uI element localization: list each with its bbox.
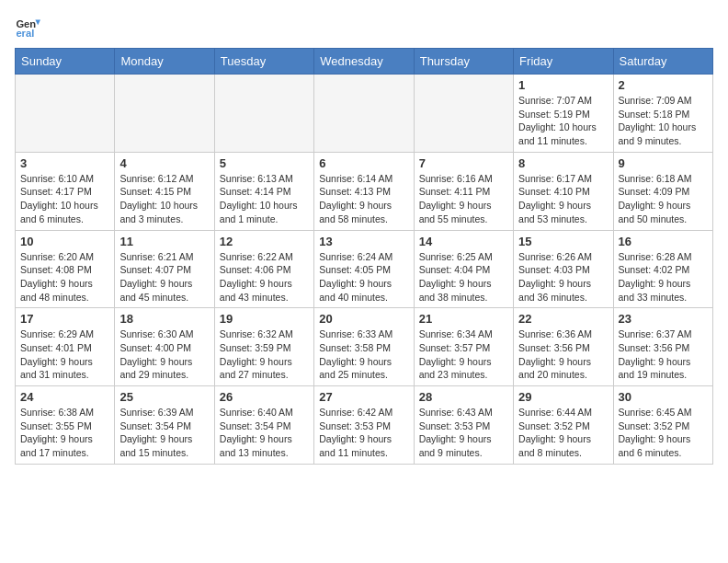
day-info: Sunrise: 6:18 AM Sunset: 4:09 PM Dayligh… <box>619 172 708 226</box>
svg-marker-2 <box>35 20 40 26</box>
calendar: Sunday Monday Tuesday Wednesday Thursday… <box>15 48 713 465</box>
day-info: Sunrise: 6:37 AM Sunset: 3:56 PM Dayligh… <box>619 327 708 382</box>
calendar-cell-w5-d2: 25Sunrise: 6:39 AM Sunset: 3:54 PM Dayli… <box>115 386 214 465</box>
calendar-cell-w2-d4: 6Sunrise: 6:14 AM Sunset: 4:13 PM Daylig… <box>314 152 414 230</box>
day-info: Sunrise: 6:25 AM Sunset: 4:04 PM Dayligh… <box>419 250 508 304</box>
calendar-cell-w2-d7: 9Sunrise: 6:18 AM Sunset: 4:09 PM Daylig… <box>613 152 712 230</box>
day-info: Sunrise: 6:40 AM Sunset: 3:54 PM Dayligh… <box>220 406 309 460</box>
svg-text:eral: eral <box>16 28 34 39</box>
day-info: Sunrise: 6:39 AM Sunset: 3:54 PM Dayligh… <box>119 406 209 460</box>
day-number: 15 <box>518 235 608 248</box>
calendar-cell-w4-d3: 19Sunrise: 6:32 AM Sunset: 3:59 PM Dayli… <box>214 308 313 386</box>
col-tuesday: Tuesday <box>214 49 313 75</box>
day-info: Sunrise: 6:14 AM Sunset: 4:13 PM Dayligh… <box>319 172 408 226</box>
week-row-1: 1Sunrise: 7:07 AM Sunset: 5:19 PM Daylig… <box>16 75 713 153</box>
calendar-cell-w3-d1: 10Sunrise: 6:20 AM Sunset: 4:08 PM Dayli… <box>16 230 115 308</box>
day-info: Sunrise: 6:13 AM Sunset: 4:14 PM Dayligh… <box>220 172 309 226</box>
day-info: Sunrise: 6:36 AM Sunset: 3:56 PM Dayligh… <box>518 327 608 382</box>
day-info: Sunrise: 6:34 AM Sunset: 3:57 PM Dayligh… <box>419 327 508 382</box>
calendar-cell-w4-d2: 18Sunrise: 6:30 AM Sunset: 4:00 PM Dayli… <box>115 308 214 386</box>
day-info: Sunrise: 6:21 AM Sunset: 4:07 PM Dayligh… <box>119 250 209 304</box>
day-info: Sunrise: 6:12 AM Sunset: 4:15 PM Dayligh… <box>119 172 209 226</box>
col-thursday: Thursday <box>414 49 513 75</box>
calendar-cell-w3-d7: 16Sunrise: 6:28 AM Sunset: 4:02 PM Dayli… <box>613 230 712 308</box>
calendar-cell-w3-d3: 12Sunrise: 6:22 AM Sunset: 4:06 PM Dayli… <box>214 230 313 308</box>
calendar-cell-w5-d5: 28Sunrise: 6:43 AM Sunset: 3:53 PM Dayli… <box>414 386 513 465</box>
calendar-cell-w5-d6: 29Sunrise: 6:44 AM Sunset: 3:52 PM Dayli… <box>514 386 613 465</box>
week-row-4: 17Sunrise: 6:29 AM Sunset: 4:01 PM Dayli… <box>16 308 713 386</box>
day-info: Sunrise: 6:45 AM Sunset: 3:52 PM Dayligh… <box>619 406 708 460</box>
day-number: 19 <box>220 312 309 326</box>
calendar-cell-w4-d4: 20Sunrise: 6:33 AM Sunset: 3:58 PM Dayli… <box>314 308 414 386</box>
day-number: 28 <box>419 390 508 404</box>
col-monday: Monday <box>115 49 214 75</box>
day-info: Sunrise: 6:38 AM Sunset: 3:55 PM Dayligh… <box>20 406 109 460</box>
week-row-3: 10Sunrise: 6:20 AM Sunset: 4:08 PM Dayli… <box>16 230 713 308</box>
day-info: Sunrise: 6:44 AM Sunset: 3:52 PM Dayligh… <box>518 406 608 460</box>
col-wednesday: Wednesday <box>314 49 414 75</box>
calendar-cell-w4-d6: 22Sunrise: 6:36 AM Sunset: 3:56 PM Dayli… <box>514 308 613 386</box>
calendar-cell-w5-d1: 24Sunrise: 6:38 AM Sunset: 3:55 PM Dayli… <box>16 386 115 465</box>
day-info: Sunrise: 6:29 AM Sunset: 4:01 PM Dayligh… <box>20 327 109 382</box>
day-number: 4 <box>119 156 209 170</box>
day-number: 10 <box>20 235 109 248</box>
calendar-cell-w4-d1: 17Sunrise: 6:29 AM Sunset: 4:01 PM Dayli… <box>16 308 115 386</box>
day-number: 13 <box>319 235 408 248</box>
col-saturday: Saturday <box>613 49 712 75</box>
day-number: 1 <box>518 78 608 92</box>
day-info: Sunrise: 6:20 AM Sunset: 4:08 PM Dayligh… <box>20 250 109 304</box>
calendar-cell-w1-d5 <box>414 75 513 153</box>
day-info: Sunrise: 6:16 AM Sunset: 4:11 PM Dayligh… <box>419 172 508 226</box>
calendar-cell-w4-d7: 23Sunrise: 6:37 AM Sunset: 3:56 PM Dayli… <box>613 308 712 386</box>
day-info: Sunrise: 6:32 AM Sunset: 3:59 PM Dayligh… <box>220 327 309 382</box>
day-info: Sunrise: 7:09 AM Sunset: 5:18 PM Dayligh… <box>619 94 708 148</box>
week-row-2: 3Sunrise: 6:10 AM Sunset: 4:17 PM Daylig… <box>16 152 713 230</box>
day-info: Sunrise: 6:24 AM Sunset: 4:05 PM Dayligh… <box>319 250 408 304</box>
day-number: 6 <box>319 156 408 170</box>
day-number: 5 <box>220 156 309 170</box>
calendar-cell-w3-d2: 11Sunrise: 6:21 AM Sunset: 4:07 PM Dayli… <box>115 230 214 308</box>
day-info: Sunrise: 6:10 AM Sunset: 4:17 PM Dayligh… <box>20 172 109 226</box>
day-number: 18 <box>119 312 209 326</box>
day-info: Sunrise: 6:33 AM Sunset: 3:58 PM Dayligh… <box>319 327 408 382</box>
day-number: 11 <box>119 235 209 248</box>
calendar-cell-w1-d1 <box>16 75 115 153</box>
day-info: Sunrise: 6:17 AM Sunset: 4:10 PM Dayligh… <box>518 172 608 226</box>
calendar-cell-w4-d5: 21Sunrise: 6:34 AM Sunset: 3:57 PM Dayli… <box>414 308 513 386</box>
day-number: 2 <box>619 78 708 92</box>
calendar-cell-w3-d5: 14Sunrise: 6:25 AM Sunset: 4:04 PM Dayli… <box>414 230 513 308</box>
day-number: 12 <box>220 235 309 248</box>
logo-icon: Gen eral <box>15 15 40 40</box>
calendar-cell-w5-d4: 27Sunrise: 6:42 AM Sunset: 3:53 PM Dayli… <box>314 386 414 465</box>
day-number: 26 <box>220 390 309 404</box>
day-info: Sunrise: 7:07 AM Sunset: 5:19 PM Dayligh… <box>518 94 608 148</box>
calendar-cell-w2-d2: 4Sunrise: 6:12 AM Sunset: 4:15 PM Daylig… <box>115 152 214 230</box>
day-number: 9 <box>619 156 708 170</box>
calendar-header-row: Sunday Monday Tuesday Wednesday Thursday… <box>16 49 713 75</box>
day-number: 8 <box>518 156 608 170</box>
calendar-cell-w2-d3: 5Sunrise: 6:13 AM Sunset: 4:14 PM Daylig… <box>214 152 313 230</box>
calendar-cell-w5-d3: 26Sunrise: 6:40 AM Sunset: 3:54 PM Dayli… <box>214 386 313 465</box>
calendar-cell-w1-d3 <box>214 75 313 153</box>
day-number: 29 <box>518 390 608 404</box>
day-info: Sunrise: 6:26 AM Sunset: 4:03 PM Dayligh… <box>518 250 608 304</box>
calendar-cell-w3-d4: 13Sunrise: 6:24 AM Sunset: 4:05 PM Dayli… <box>314 230 414 308</box>
day-number: 27 <box>319 390 408 404</box>
calendar-cell-w1-d2 <box>115 75 214 153</box>
week-row-5: 24Sunrise: 6:38 AM Sunset: 3:55 PM Dayli… <box>16 386 713 465</box>
calendar-cell-w1-d6: 1Sunrise: 7:07 AM Sunset: 5:19 PM Daylig… <box>514 75 613 153</box>
calendar-cell-w5-d7: 30Sunrise: 6:45 AM Sunset: 3:52 PM Dayli… <box>613 386 712 465</box>
day-info: Sunrise: 6:43 AM Sunset: 3:53 PM Dayligh… <box>419 406 508 460</box>
day-number: 20 <box>319 312 408 326</box>
calendar-cell-w2-d6: 8Sunrise: 6:17 AM Sunset: 4:10 PM Daylig… <box>514 152 613 230</box>
day-info: Sunrise: 6:28 AM Sunset: 4:02 PM Dayligh… <box>619 250 708 304</box>
calendar-cell-w3-d6: 15Sunrise: 6:26 AM Sunset: 4:03 PM Dayli… <box>514 230 613 308</box>
day-number: 17 <box>20 312 109 326</box>
day-number: 3 <box>20 156 109 170</box>
day-info: Sunrise: 6:22 AM Sunset: 4:06 PM Dayligh… <box>220 250 309 304</box>
day-number: 23 <box>619 312 708 326</box>
calendar-cell-w1-d7: 2Sunrise: 7:09 AM Sunset: 5:18 PM Daylig… <box>613 75 712 153</box>
day-number: 22 <box>518 312 608 326</box>
calendar-cell-w2-d1: 3Sunrise: 6:10 AM Sunset: 4:17 PM Daylig… <box>16 152 115 230</box>
header: Gen eral <box>15 15 713 40</box>
